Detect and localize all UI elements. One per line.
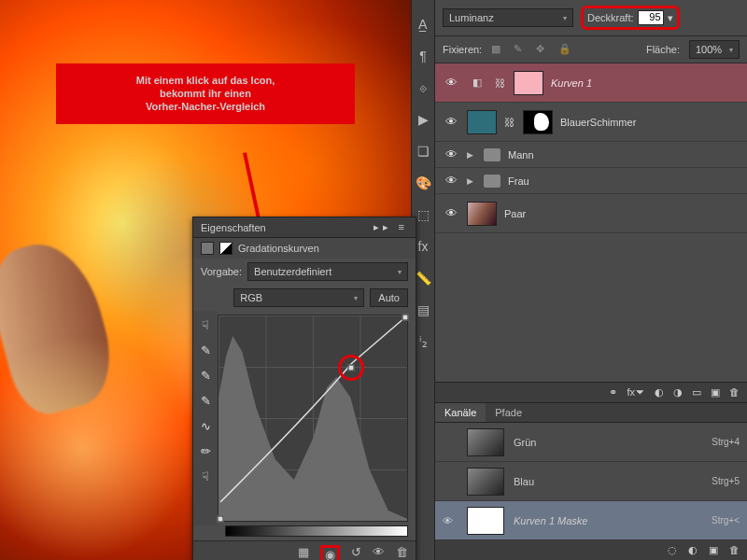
layer-row[interactable]: 👁 ▶ Mann	[435, 142, 747, 168]
channel-thumb	[467, 507, 504, 535]
smooth-icon[interactable]: ☟	[202, 469, 209, 483]
mask-mode-icon[interactable]	[219, 242, 233, 255]
trash-icon[interactable]: 🗑	[396, 545, 408, 560]
trash-icon[interactable]: 🗑	[729, 386, 740, 399]
save-selection-icon[interactable]: ◐	[688, 544, 698, 556]
layer-row[interactable]: 👁 ▶ Frau	[435, 168, 747, 194]
swatches-icon[interactable]: 🎨	[416, 175, 431, 190]
visibility-icon[interactable]: 👁	[443, 174, 459, 188]
opacity-group-highlight: Deckkraft: 95 ▾	[581, 6, 680, 30]
layer-name[interactable]: Frau	[508, 175, 740, 187]
pencil-mode-icon[interactable]: ✏	[201, 444, 211, 458]
layer-thumb[interactable]	[467, 202, 497, 226]
paragraph-icon[interactable]: ¶	[419, 49, 427, 63]
preset-dropdown[interactable]: Benutzerdefiniert ▾	[247, 262, 408, 281]
channel-shortcut: Strg+5	[712, 476, 740, 486]
lock-paint-icon[interactable]: ✎	[514, 43, 527, 56]
curve-point[interactable]	[402, 315, 408, 321]
blend-mode-value: Luminanz	[449, 12, 494, 23]
channel-row[interactable]: Grün Strg+4	[435, 423, 747, 462]
collapse-icon[interactable]: ▸▸	[374, 221, 392, 232]
curves-graph[interactable]	[218, 315, 408, 522]
curves-tools-rail: ☟ ✎ ✎ ✎ ∿ ✏ ☟	[193, 311, 218, 525]
white-point-icon[interactable]: ✎	[201, 343, 211, 357]
new-layer-icon[interactable]: ▣	[711, 386, 720, 399]
chevron-down-icon: ▾	[729, 46, 733, 54]
link-icon[interactable]: ⚭	[609, 386, 617, 399]
channel-dropdown[interactable]: RGB ▾	[233, 288, 364, 307]
channels-panel[interactable]: Kanäle Pfade Grün Strg+4 Blau Strg+5 👁 K…	[435, 402, 747, 560]
toggle-preview-icon[interactable]: ◉	[320, 545, 340, 560]
link-icon[interactable]: ⛓	[495, 77, 506, 89]
layer-row[interactable]: 👁 ◧ ⛓ Kurven 1	[435, 63, 747, 103]
lock-transparency-icon[interactable]: ▩	[491, 43, 504, 56]
new-channel-icon[interactable]: ▣	[709, 544, 718, 556]
fill-dropdown[interactable]: 100% ▾	[689, 40, 740, 59]
chevron-down-icon[interactable]: ▾	[668, 12, 673, 24]
mask-icon[interactable]: ◐	[655, 386, 664, 399]
chevron-down-icon: ▾	[398, 268, 402, 276]
play-icon[interactable]: ▶	[418, 112, 429, 127]
blend-mode-dropdown[interactable]: Luminanz ▾	[443, 8, 573, 27]
black-point-icon[interactable]: ✎	[201, 394, 211, 408]
disclosure-icon[interactable]: ▶	[467, 176, 476, 186]
opacity-input[interactable]: 95	[638, 10, 664, 25]
load-selection-icon[interactable]: ◌	[668, 544, 677, 556]
adjustment-icon[interactable]: ◑	[673, 386, 683, 399]
layer-thumb[interactable]	[467, 110, 497, 134]
count-icon[interactable]: ⁱ₂	[419, 334, 428, 349]
visibility-icon[interactable]: 👁	[443, 115, 459, 129]
reset-icon[interactable]: ↺	[351, 545, 361, 560]
visibility-icon[interactable]: 👁	[443, 515, 458, 526]
ruler-icon[interactable]: 📏	[416, 271, 431, 286]
opacity-label: Deckkraft:	[587, 12, 634, 23]
group-icon[interactable]: ▭	[692, 386, 701, 399]
channels-footer: ◌ ◐ ▣ 🗑	[435, 540, 747, 560]
layer-mask-thumb[interactable]	[514, 71, 543, 95]
layer-row[interactable]: 👁 ⛓ BlauerSchimmer	[435, 103, 747, 142]
panel-title: Eigenschaften	[201, 222, 266, 233]
callout-line: bekommt ihr einen	[69, 88, 342, 101]
layer-mask-thumb[interactable]	[523, 110, 553, 134]
annotation-callout: Mit einem klick auf das Icon, bekommt ih…	[56, 63, 355, 124]
fill-label: Fläche:	[646, 44, 680, 55]
visibility-icon[interactable]: 👁	[443, 206, 459, 220]
visibility-icon[interactable]: 👁	[443, 76, 459, 90]
notes-icon[interactable]: ▤	[417, 302, 430, 317]
type-icon[interactable]: A̲	[418, 17, 428, 32]
adjustments-icon[interactable]: ⬚	[417, 207, 430, 222]
channel-row[interactable]: 👁 Kurven 1 Maske Strg+<	[435, 501, 747, 540]
link-icon[interactable]: ⛓	[504, 117, 515, 128]
layer-options-row: Luminanz ▾ Deckkraft: 95 ▾	[435, 0, 747, 36]
layer-name[interactable]: Paar	[504, 208, 740, 219]
preset-label: Vorgabe:	[201, 266, 242, 277]
curve-mode-icon[interactable]: ∿	[201, 419, 211, 433]
disclosure-icon[interactable]: ▶	[467, 150, 476, 160]
lock-position-icon[interactable]: ✥	[536, 43, 549, 56]
tab-channels[interactable]: Kanäle	[435, 403, 486, 422]
curve-point[interactable]	[218, 515, 224, 522]
channel-row[interactable]: Blau Strg+5	[435, 462, 747, 501]
panel-menu-icon[interactable]: ≡	[399, 221, 408, 232]
lock-all-icon[interactable]: 🔒	[558, 43, 571, 56]
layers-icon[interactable]: ❏	[417, 144, 430, 159]
gray-point-icon[interactable]: ✎	[201, 369, 211, 383]
layers-panel[interactable]: 👁 ◧ ⛓ Kurven 1 👁 ⛓ BlauerSchimmer 👁 ▶ Ma…	[435, 63, 747, 233]
clip-icon[interactable]: ▦	[298, 545, 309, 560]
layer-row[interactable]: 👁 Paar	[435, 194, 747, 233]
transform-icon[interactable]: ⟐	[419, 80, 427, 95]
styles-icon[interactable]: fx	[418, 239, 429, 254]
layer-name[interactable]: BlauerSchimmer	[560, 117, 740, 128]
auto-button[interactable]: Auto	[370, 288, 408, 307]
targeted-adjust-icon[interactable]: ☟	[202, 318, 209, 332]
visibility-icon[interactable]: 👁	[443, 147, 459, 161]
chevron-down-icon: ▾	[354, 294, 358, 302]
input-gradient-strip[interactable]	[225, 525, 408, 537]
layer-name[interactable]: Kurven 1	[551, 77, 740, 89]
trash-icon[interactable]: 🗑	[729, 544, 740, 556]
tab-paths[interactable]: Pfade	[486, 403, 531, 422]
layer-name[interactable]: Mann	[508, 149, 740, 161]
properties-panel[interactable]: Eigenschaften ▸▸ ≡ Gradationskurven Vorg…	[192, 217, 416, 560]
visibility-icon[interactable]: 👁	[373, 545, 385, 560]
fx-icon[interactable]: fx⏷	[627, 386, 645, 399]
